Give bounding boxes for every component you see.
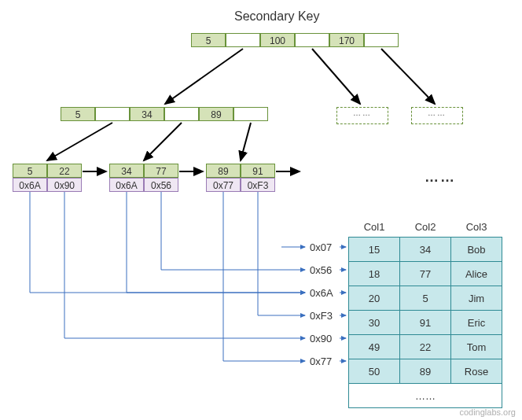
table-cell: 91 [400,311,451,335]
table-cell: 49 [349,335,400,359]
leaf-addr: 0xF3 [241,178,275,192]
svg-line-3 [47,123,112,160]
table-cell: Eric [451,311,502,335]
table-cell: Tom [451,335,502,359]
table-cell: 89 [400,359,451,384]
btree-internal-node: 5 34 89 [61,107,268,121]
table-row: 49 22 Tom [349,335,502,359]
table-ellipsis-row: …… [349,384,502,408]
root-cell [295,33,329,47]
table-cell: Bob [451,238,502,262]
root-cell [364,33,399,47]
leaf-key: 5 [13,164,47,178]
table-cell: 20 [349,286,400,311]
internal-cell [233,107,268,121]
leaf-addr: 0x56 [144,178,178,192]
addr-label: 0x77 [310,356,332,367]
table-header: Col3 [451,216,502,238]
btree-leaf-node: 89 91 0x77 0xF3 [206,164,275,192]
internal-cell: 34 [130,107,164,121]
leaf-addr: 0x6A [13,178,47,192]
btree-node-placeholder: …… [336,107,388,124]
internal-cell [95,107,130,121]
watermark: codinglabs.org [459,407,516,417]
table-cell: Jim [451,286,502,311]
addr-label: 0xF3 [310,310,333,322]
btree-node-placeholder: …… [411,107,463,124]
data-table: Col1 Col2 Col3 15 34 Bob 18 77 Alice 20 … [348,216,502,408]
leaf-key: 34 [109,164,144,178]
svg-line-1 [312,49,360,104]
table-header: Col1 [349,216,400,238]
leaf-key: 91 [241,164,275,178]
table-cell: …… [349,384,502,408]
table-cell: Rose [451,359,502,384]
addr-label: 0x56 [310,264,332,276]
leaf-key: 89 [206,164,241,178]
leaf-addr: 0x90 [47,178,82,192]
btree-leaf-node: 5 22 0x6A 0x90 [13,164,82,192]
table-header: Col2 [400,216,451,238]
root-cell: 5 [191,33,226,47]
btree-leaf-node: 34 77 0x6A 0x56 [109,164,178,192]
internal-cell [164,107,199,121]
table-row: 18 77 Alice [349,262,502,286]
table-row: 30 91 Eric [349,311,502,335]
svg-line-4 [144,123,182,160]
table-cell: 22 [400,335,451,359]
table-row: 50 89 Rose [349,359,502,384]
table-cell: 34 [400,238,451,262]
leaf-addr: 0x6A [109,178,144,192]
leaf-ellipsis: …… [425,169,456,186]
addr-label: 0x07 [310,241,332,253]
leaf-key: 22 [47,164,82,178]
addr-label: 0x6A [310,287,333,299]
root-cell: 170 [329,33,364,47]
svg-line-5 [241,123,251,160]
leaf-addr: 0x77 [206,178,241,192]
btree-root-node: 5 100 170 [191,33,399,47]
root-cell: 100 [260,33,295,47]
table-cell: 18 [349,262,400,286]
table-cell: 50 [349,359,400,384]
table-cell: Alice [451,262,502,286]
table-cell: 15 [349,238,400,262]
svg-line-0 [165,49,243,104]
internal-cell: 5 [61,107,95,121]
internal-cell: 89 [199,107,233,121]
table-cell: 30 [349,311,400,335]
table-cell: 77 [400,262,451,286]
addr-label: 0x90 [310,333,332,344]
diagram-title: Secondary Key [234,9,320,24]
leaf-key: 77 [144,164,178,178]
table-row: 15 34 Bob [349,238,502,262]
table-cell: 5 [400,286,451,311]
table-row: 20 5 Jim [349,286,502,311]
root-cell [226,33,260,47]
svg-line-2 [381,49,435,104]
